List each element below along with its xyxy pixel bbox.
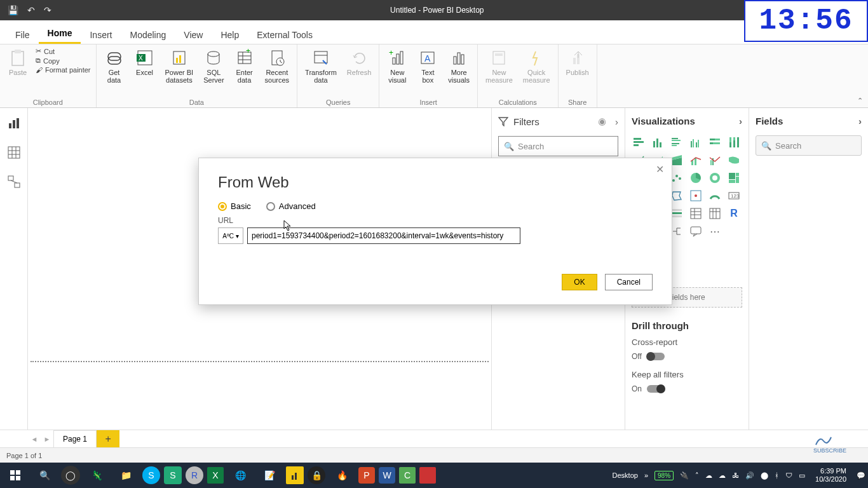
taskbar-app-lock-icon[interactable]: 🔒: [308, 466, 325, 484]
more-visuals-button[interactable]: More visuals: [445, 47, 472, 85]
viz-line-column-icon[interactable]: [689, 153, 703, 167]
page-next-icon[interactable]: ►: [41, 435, 53, 443]
viz-clustered-bar-icon[interactable]: [670, 135, 684, 149]
refresh-button[interactable]: Refresh: [344, 47, 374, 78]
viz-donut-icon[interactable]: [708, 171, 722, 185]
tray-power-icon[interactable]: 🔌: [680, 471, 689, 480]
pbi-datasets-button[interactable]: Power BI datasets: [163, 47, 196, 85]
viz-stacked-bar-icon[interactable]: [632, 135, 646, 149]
taskbar-clock[interactable]: 6:39 PM 10/3/2020: [811, 467, 850, 484]
tray-network-icon[interactable]: 🖧: [732, 471, 739, 479]
viz-qa-icon[interactable]: [689, 224, 703, 238]
search-taskbar-icon[interactable]: 🔍: [32, 465, 57, 485]
tray-onedrive-icon[interactable]: ☁: [719, 471, 726, 480]
format-painter-button[interactable]: 🖌Format painter: [36, 66, 91, 74]
publish-button[interactable]: Publish: [564, 47, 592, 78]
filters-search[interactable]: 🔍 Search: [498, 136, 618, 156]
filters-collapse-icon[interactable]: ›: [615, 116, 618, 127]
taskbar-r-icon[interactable]: R: [186, 466, 203, 484]
viz-clustered-column-icon[interactable]: [689, 135, 703, 149]
new-visual-button[interactable]: +New visual: [384, 47, 410, 85]
tray-weather-icon[interactable]: ☁: [705, 471, 712, 480]
advanced-radio[interactable]: Advanced: [266, 201, 316, 211]
viz-treemap-icon[interactable]: [727, 171, 741, 185]
tab-file[interactable]: File: [6, 25, 39, 44]
tray-shield-icon[interactable]: 🛡: [785, 471, 792, 479]
recent-sources-button[interactable]: Recent sources: [262, 47, 292, 85]
viz-more-icon[interactable]: ⋯: [708, 224, 722, 238]
fields-search[interactable]: 🔍 Search: [756, 135, 862, 156]
redo-icon[interactable]: ↷: [44, 5, 51, 15]
tab-modeling[interactable]: Modeling: [121, 25, 175, 44]
ok-button[interactable]: OK: [562, 274, 597, 290]
taskbar-camtasia-icon[interactable]: C: [399, 467, 416, 484]
desktop-toolbar[interactable]: Desktop: [613, 471, 638, 479]
viz-r-icon[interactable]: R: [727, 207, 741, 220]
tray-chevron-icon[interactable]: »: [644, 471, 648, 479]
report-view-icon[interactable]: [6, 116, 22, 131]
undo-icon[interactable]: ↶: [27, 5, 35, 15]
cross-report-toggle[interactable]: [647, 353, 665, 360]
add-page-button[interactable]: +: [97, 430, 119, 447]
sql-server-button[interactable]: SQL Server: [201, 47, 226, 85]
taskbar-powerbi-icon[interactable]: [286, 466, 304, 484]
viz-collapse-icon[interactable]: ›: [739, 116, 742, 126]
tab-view[interactable]: View: [175, 25, 212, 44]
viz-ribbon-icon[interactable]: [727, 153, 741, 167]
taskbar-app-flame-icon[interactable]: 🔥: [329, 465, 355, 485]
tray-volume-icon[interactable]: 🔊: [745, 471, 754, 480]
data-view-icon[interactable]: [6, 145, 22, 160]
tab-home[interactable]: Home: [39, 23, 81, 44]
save-icon[interactable]: 💾: [8, 5, 18, 15]
viz-azure-map-icon[interactable]: [689, 189, 703, 203]
tray-action-icon[interactable]: ▭: [799, 471, 805, 480]
new-measure-button[interactable]: New measure: [483, 47, 515, 85]
tray-app-icon[interactable]: ⬤: [761, 471, 768, 480]
taskbar-app-1[interactable]: ◯: [61, 466, 80, 485]
transform-data-button[interactable]: Transform data: [302, 47, 339, 85]
taskbar-app-red-icon[interactable]: [419, 467, 436, 484]
battery-indicator[interactable]: 98%: [654, 471, 674, 480]
tab-external-tools[interactable]: External Tools: [248, 25, 322, 44]
basic-radio[interactable]: Basic: [218, 201, 251, 211]
taskbar-snagit-icon[interactable]: S: [164, 466, 182, 484]
cancel-button[interactable]: Cancel: [605, 274, 653, 290]
url-type-selector[interactable]: AᴮC ▾: [218, 227, 243, 244]
tray-notifications-icon[interactable]: 💬: [857, 471, 865, 480]
taskbar-chrome-icon[interactable]: 🌐: [227, 465, 253, 485]
taskbar-app-2[interactable]: 🦎: [84, 465, 109, 485]
start-button[interactable]: [3, 465, 28, 485]
tab-help[interactable]: Help: [212, 25, 248, 44]
paste-button[interactable]: Paste: [5, 47, 31, 78]
taskbar-notepad-icon[interactable]: 📝: [257, 465, 282, 485]
get-data-button[interactable]: Get data: [102, 47, 127, 85]
taskbar-powerpoint-icon[interactable]: P: [358, 467, 375, 484]
viz-line-clustered-icon[interactable]: [708, 153, 722, 167]
viz-matrix-icon[interactable]: [708, 207, 722, 220]
taskbar-skype-icon[interactable]: S: [142, 466, 160, 484]
url-input[interactable]: [247, 227, 520, 244]
taskbar-explorer-icon[interactable]: 📁: [113, 465, 139, 485]
viz-100-bar-icon[interactable]: [708, 135, 722, 149]
taskbar-excel-icon[interactable]: X: [207, 467, 224, 484]
enter-data-button[interactable]: +Enter data: [232, 47, 257, 85]
viz-100-column-icon[interactable]: [727, 135, 741, 149]
copy-button[interactable]: ⧉Copy: [36, 57, 91, 65]
tab-insert[interactable]: Insert: [81, 25, 121, 44]
viz-card-icon[interactable]: 123: [727, 189, 741, 203]
collapse-ribbon-icon[interactable]: ⌃: [857, 97, 863, 105]
page-prev-icon[interactable]: ◄: [28, 435, 41, 443]
tray-bluetooth-icon[interactable]: ᚼ: [775, 471, 779, 479]
tray-up-icon[interactable]: ˄: [695, 471, 699, 480]
excel-button[interactable]: XExcel: [132, 47, 158, 78]
filters-eye-icon[interactable]: ◉: [598, 116, 606, 127]
cut-button[interactable]: ✂Cut: [36, 47, 91, 55]
text-box-button[interactable]: AText box: [415, 47, 440, 85]
keep-filters-toggle[interactable]: [647, 385, 665, 393]
viz-stacked-column-icon[interactable]: [651, 135, 665, 149]
fields-collapse-icon[interactable]: ›: [858, 116, 862, 126]
quick-measure-button[interactable]: Quick measure: [520, 47, 553, 85]
viz-table-icon[interactable]: [689, 207, 703, 220]
page-tab-1[interactable]: Page 1: [53, 430, 97, 447]
model-view-icon[interactable]: [6, 174, 22, 189]
